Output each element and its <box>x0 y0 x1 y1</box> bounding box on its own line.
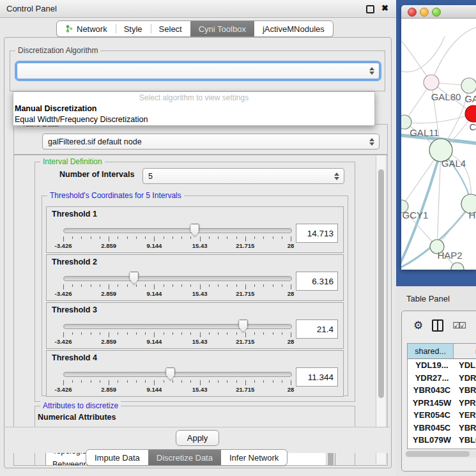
table-cell: YDR2 <box>456 372 476 385</box>
threshold-label: Threshold 2 <box>52 257 97 266</box>
tick-label: 15.43 <box>192 386 208 393</box>
table-cell: YDR27... <box>408 372 456 385</box>
slider-thumb[interactable] <box>165 367 175 380</box>
slider-thumb[interactable] <box>129 272 139 284</box>
network-node-label: GAL4 <box>441 158 466 169</box>
threshold-panel: Threshold 1-3.4262.8599.14415.4321.71528… <box>46 206 344 253</box>
tick-label: -3.426 <box>55 290 72 297</box>
threshold-value-field[interactable]: 11.344 <box>296 367 338 387</box>
slider-track[interactable] <box>63 228 292 233</box>
table-data-group: Table Data galFiltered.sif default node <box>13 124 388 155</box>
tab-discretize-data[interactable]: Discretize Data <box>148 450 221 465</box>
table-row[interactable]: YDL19...YDL1 <box>408 359 476 372</box>
numerical-attributes-label: Numerical Attributes <box>38 413 116 422</box>
table-toolbar: ⚙ ☑☑ <box>402 311 476 339</box>
checked-checkboxes-icon[interactable]: ☑☑ <box>452 321 464 330</box>
algorithm-option[interactable]: Manual Discretization <box>13 104 374 114</box>
network-node[interactable] <box>424 75 439 90</box>
table-cell: YBR0 <box>456 384 476 397</box>
slider-track[interactable] <box>63 276 292 281</box>
tick-label: 15.43 <box>192 290 208 297</box>
thresholds-group: Threshold's Coordinates for 5 Intervals … <box>42 196 348 396</box>
tick-label: 28 <box>288 386 295 393</box>
tab-infer-network[interactable]: Infer Network <box>221 450 287 465</box>
tab-jactivemnodules[interactable]: jActiveMNodules <box>254 21 333 36</box>
network-edge[interactable] <box>431 26 476 82</box>
algorithm-select[interactable] <box>17 63 380 79</box>
tick-label: -3.426 <box>55 338 72 345</box>
slider-thumb[interactable] <box>238 319 248 332</box>
table-row[interactable]: YBR043CYBR0 <box>408 384 476 397</box>
number-of-intervals-value: 5 <box>148 172 153 181</box>
table-cell: YBR043C <box>408 384 456 397</box>
table-row[interactable]: YLR345WYLR3 <box>408 447 476 450</box>
threshold-slider[interactable]: -3.4262.8599.14415.4321.71528 <box>63 366 292 394</box>
number-of-intervals-select[interactable]: 5 <box>142 168 344 184</box>
table-row[interactable]: YER054CYER0 <box>408 409 476 422</box>
table-cell: YBR0 <box>456 422 476 434</box>
tab-network[interactable]: Network <box>57 21 116 36</box>
control-panel-titlebar: Control Panel ✖ <box>0 0 396 18</box>
tab-impute-data[interactable]: Impute Data <box>86 450 148 465</box>
network-node-label: C <box>470 121 476 132</box>
slider-track[interactable] <box>63 372 292 377</box>
tick-label: 2.859 <box>101 242 116 249</box>
network-node[interactable] <box>465 105 476 122</box>
close-traffic-light[interactable] <box>408 8 417 17</box>
threshold-value-field[interactable]: 14.713 <box>296 224 338 243</box>
table-row[interactable]: YDR27...YDR2 <box>408 372 476 385</box>
table-header-row: shared... na <box>408 344 476 359</box>
threshold-value-field[interactable]: 21.4 <box>296 319 338 339</box>
algorithm-option[interactable]: Equal Width/Frequency Discretization <box>13 114 374 125</box>
slider-track[interactable] <box>63 324 292 329</box>
settings-scrollbar[interactable] <box>376 155 387 464</box>
network-edge[interactable] <box>401 38 431 82</box>
tick-label: 21.715 <box>236 242 254 249</box>
network-node[interactable] <box>461 78 476 93</box>
split-columns-icon[interactable] <box>432 319 443 332</box>
slider-ticks <box>63 380 291 385</box>
table-cell: YLR345W <box>408 447 456 450</box>
table-data-select[interactable]: galFiltered.sif default node <box>42 134 380 150</box>
tick-label: -3.426 <box>55 386 72 393</box>
threshold-slider[interactable]: -3.4262.8599.14415.4321.71528 <box>63 318 292 346</box>
tab-select[interactable]: Select <box>151 21 190 36</box>
tab-cyni-toolbox[interactable]: Cyni Toolbox <box>190 21 254 36</box>
column-header-shared[interactable]: shared... <box>408 344 454 358</box>
slider-thumb[interactable] <box>190 224 199 236</box>
threshold-panel: Threshold 2-3.4262.8599.14415.4321.71528… <box>46 254 344 301</box>
tab-style[interactable]: Style <box>116 21 151 36</box>
float-window-icon[interactable] <box>366 5 374 13</box>
threshold-label: Threshold 4 <box>52 353 97 362</box>
tab-label: Network <box>77 24 107 34</box>
table-row[interactable]: YBL079WYBL0 <box>408 434 476 447</box>
table-horizontal-scrollbar[interactable] <box>404 450 476 457</box>
combo-stepper-icon <box>334 173 339 180</box>
minimize-traffic-light[interactable] <box>420 8 429 17</box>
slider-ticks <box>63 332 291 337</box>
tick-label: 2.859 <box>101 338 116 345</box>
table-row[interactable]: YBR045CYBR0 <box>408 422 476 434</box>
gear-icon[interactable]: ⚙ <box>413 320 423 331</box>
network-edge[interactable] <box>404 114 473 123</box>
zoom-traffic-light[interactable] <box>432 8 441 17</box>
tab-label: Cyni Toolbox <box>199 24 246 34</box>
slider-tick-labels: -3.4262.8599.14415.4321.71528 <box>63 386 291 394</box>
table-hscroll-thumb[interactable] <box>406 451 470 457</box>
tab-label: Impute Data <box>95 453 140 463</box>
settings-scrollbar-thumb[interactable] <box>378 169 384 398</box>
threshold-value-field[interactable]: 6.316 <box>296 272 338 291</box>
close-icon[interactable]: ✖ <box>381 3 388 13</box>
table-row[interactable]: YPR145WYPR1 <box>408 397 476 410</box>
combo-stepper-icon <box>369 67 374 75</box>
tick-label: 28 <box>288 338 295 345</box>
table-cell: YBL0 <box>456 434 476 447</box>
threshold-slider[interactable]: -3.4262.8599.14415.4321.71528 <box>63 270 292 298</box>
column-header-name[interactable]: na <box>454 344 476 358</box>
threshold-slider[interactable]: -3.4262.8599.14415.4321.71528 <box>63 222 292 250</box>
tick-label: 21.715 <box>236 290 254 297</box>
table-cell: YDL1 <box>456 359 476 372</box>
table-cell: YBR045C <box>408 422 456 434</box>
apply-button[interactable]: Apply <box>176 430 219 446</box>
network-canvas[interactable]: GAL80GACGAL11GAL4GCY1HHAP2 <box>401 19 476 270</box>
